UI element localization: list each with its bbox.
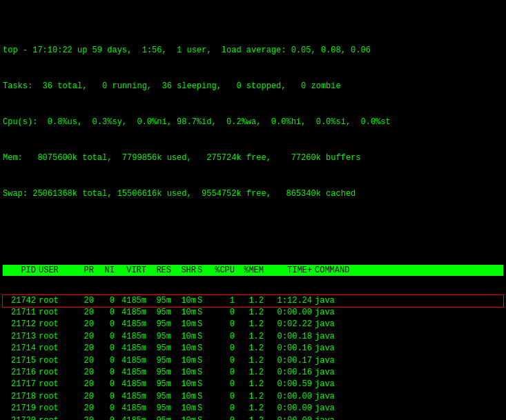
cell-cpu: 0 — [207, 355, 236, 367]
cell-s: S — [197, 319, 207, 330]
cell-user: root — [39, 319, 75, 330]
cell-res: 95m — [148, 379, 173, 390]
table-row: 21742 root 20 0 4185m 95m 10m S 1 1.2 1:… — [3, 295, 503, 307]
cell-virt: 4185m — [116, 331, 148, 343]
cell-time: 0:00.00 — [265, 307, 315, 319]
col-header-s: S — [197, 266, 207, 275]
cell-s: S — [197, 391, 207, 403]
cell-ni: 0 — [95, 343, 116, 354]
cell-time: 1:12.24 — [265, 295, 315, 307]
cell-user: root — [39, 391, 75, 403]
cell-s: S — [197, 295, 207, 307]
cell-user: root — [39, 295, 75, 307]
table-header-row: PID USER PR NI VIRT RES SHR S %CPU %MEM … — [3, 265, 503, 276]
cell-virt: 4185m — [116, 295, 148, 307]
table-row: 21719 root 20 0 4185m 95m 10m S 0 1.2 0:… — [3, 403, 503, 414]
cell-cpu: 0 — [207, 379, 236, 390]
cell-cmd: java — [315, 379, 503, 390]
cell-pr: 20 — [75, 319, 95, 330]
col-header-pr: PR — [75, 266, 95, 275]
cell-user: root — [39, 355, 75, 367]
cell-cmd: java — [315, 295, 503, 307]
cell-pr: 20 — [75, 295, 95, 307]
cell-mem: 1.2 — [236, 319, 265, 330]
cell-shr: 10m — [173, 415, 197, 420]
cell-time: 0:00.17 — [265, 355, 315, 367]
cell-shr: 10m — [173, 295, 197, 307]
cell-ni: 0 — [95, 403, 116, 414]
cell-cpu: 0 — [207, 391, 236, 403]
cell-pr: 20 — [75, 379, 95, 390]
cell-mem: 1.2 — [236, 355, 265, 367]
cell-pid: 21719 — [3, 403, 39, 414]
cell-pid: 21742 — [3, 295, 39, 307]
table-row: 21718 root 20 0 4185m 95m 10m S 0 1.2 0:… — [3, 391, 503, 403]
cell-shr: 10m — [173, 391, 197, 403]
table-row: 21716 root 20 0 4185m 95m 10m S 0 1.2 0:… — [3, 367, 503, 379]
process-table: PID USER PR NI VIRT RES SHR S %CPU %MEM … — [3, 246, 503, 420]
cell-ni: 0 — [95, 319, 116, 330]
cell-res: 95m — [148, 355, 173, 367]
cell-res: 95m — [148, 319, 173, 330]
col-header-virt: VIRT — [116, 266, 148, 275]
cell-shr: 10m — [173, 379, 197, 390]
cell-shr: 10m — [173, 343, 197, 354]
cell-pr: 20 — [75, 415, 95, 420]
cell-mem: 1.2 — [236, 367, 265, 379]
cell-virt: 4185m — [116, 307, 148, 319]
cell-s: S — [197, 367, 207, 379]
cell-shr: 10m — [173, 355, 197, 367]
cell-cmd: java — [315, 415, 503, 420]
cell-cpu: 0 — [207, 367, 236, 379]
cell-shr: 10m — [173, 307, 197, 319]
cell-mem: 1.2 — [236, 295, 265, 307]
table-row: 21717 root 20 0 4185m 95m 10m S 0 1.2 0:… — [3, 379, 503, 390]
cell-res: 95m — [148, 307, 173, 319]
cell-user: root — [39, 379, 75, 390]
cell-ni: 0 — [95, 415, 116, 420]
table-row: 21714 root 20 0 4185m 95m 10m S 0 1.2 0:… — [3, 343, 503, 354]
cell-ni: 0 — [95, 391, 116, 403]
cell-cpu: 0 — [207, 319, 236, 330]
cell-cpu: 0 — [207, 331, 236, 343]
cell-cmd: java — [315, 331, 503, 343]
cell-ni: 0 — [95, 379, 116, 390]
header-line5: Swap: 25061368k total, 15506616k used, 9… — [3, 188, 503, 200]
cell-virt: 4185m — [116, 403, 148, 414]
cell-virt: 4185m — [116, 391, 148, 403]
cell-user: root — [39, 367, 75, 379]
cell-pid: 21713 — [3, 331, 39, 343]
cell-shr: 10m — [173, 331, 197, 343]
cell-pr: 20 — [75, 367, 95, 379]
cell-time: 0:00.00 — [265, 403, 315, 414]
cell-res: 95m — [148, 367, 173, 379]
cell-shr: 10m — [173, 367, 197, 379]
cell-mem: 1.2 — [236, 391, 265, 403]
cell-cpu: 0 — [207, 343, 236, 354]
cell-time: 0:00.16 — [265, 367, 315, 379]
cell-pid: 21717 — [3, 379, 39, 390]
col-header-cmd: COMMAND — [315, 266, 503, 275]
cell-mem: 1.2 — [236, 415, 265, 420]
cell-time: 0:02.22 — [265, 319, 315, 330]
table-row: 21712 root 20 0 4185m 95m 10m S 0 1.2 0:… — [3, 319, 503, 330]
cell-virt: 4185m — [116, 343, 148, 354]
cell-ni: 0 — [95, 355, 116, 367]
cell-user: root — [39, 343, 75, 354]
col-header-user: USER — [39, 266, 75, 275]
table-row: 21715 root 20 0 4185m 95m 10m S 0 1.2 0:… — [3, 355, 503, 367]
cell-pid: 21711 — [3, 307, 39, 319]
terminal: top - 17:10:22 up 59 days, 1:56, 1 user,… — [0, 0, 506, 420]
cell-cmd: java — [315, 355, 503, 367]
col-header-res: RES — [148, 266, 173, 275]
cell-ni: 0 — [95, 307, 116, 319]
cell-res: 95m — [148, 415, 173, 420]
cell-user: root — [39, 307, 75, 319]
cell-cmd: java — [315, 403, 503, 414]
header-line3: Cpu(s): 0.8%us, 0.3%sy, 0.0%ni, 98.7%id,… — [3, 117, 503, 128]
cell-cpu: 0 — [207, 307, 236, 319]
col-header-time: TIME+ — [265, 266, 315, 275]
cell-ni: 0 — [95, 331, 116, 343]
cell-virt: 4185m — [116, 319, 148, 330]
cell-pr: 20 — [75, 343, 95, 354]
